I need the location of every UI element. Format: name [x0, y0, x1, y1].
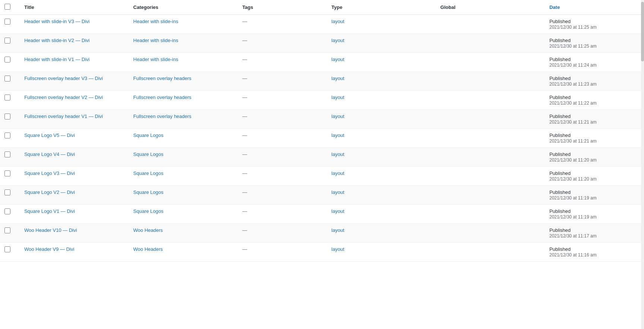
- row-checkbox[interactable]: [4, 76, 10, 82]
- row-title-cell: Square Logo V5 — Divi: [20, 129, 129, 148]
- row-checkbox[interactable]: [4, 114, 10, 119]
- row-title-link[interactable]: Woo Header V10 — Divi: [24, 227, 77, 233]
- row-tags-value: —: [242, 208, 247, 214]
- row-date-status: Published: [549, 76, 571, 81]
- row-category-link[interactable]: Fullscreen overlay headers: [133, 76, 191, 81]
- row-checkbox[interactable]: [4, 227, 10, 233]
- row-type-link[interactable]: layout: [331, 227, 345, 233]
- row-type-link[interactable]: layout: [331, 132, 345, 138]
- scrollbar-thumb[interactable]: [641, 2, 644, 61]
- row-date-value: 2021/12/30 at 11:19 am: [549, 214, 597, 220]
- row-category-link[interactable]: Square Logos: [133, 208, 164, 214]
- row-type-link[interactable]: layout: [331, 170, 345, 176]
- row-type-cell: layout: [327, 224, 436, 243]
- row-checkbox[interactable]: [4, 189, 10, 195]
- table-row: Header with slide-in V2 — Divi Header wi…: [0, 34, 644, 53]
- row-date-value: 2021/12/30 at 11:25 am: [549, 44, 597, 49]
- row-date-status: Published: [549, 57, 571, 62]
- row-category-cell: Fullscreen overlay headers: [129, 91, 238, 110]
- row-category-link[interactable]: Header with slide-ins: [133, 38, 178, 43]
- row-checkbox[interactable]: [4, 95, 10, 100]
- row-type-cell: layout: [327, 243, 436, 262]
- row-title-link[interactable]: Fullscreen overlay header V3 — Divi: [24, 76, 103, 81]
- row-category-link[interactable]: Fullscreen overlay headers: [133, 114, 191, 119]
- row-title-link[interactable]: Woo Header V9 — Divi: [24, 246, 74, 252]
- row-title-link[interactable]: Square Logo V4 — Divi: [24, 151, 75, 157]
- table-row: Fullscreen overlay header V1 — Divi Full…: [0, 110, 644, 129]
- row-date-cell: Published 2021/12/30 at 11:25 am: [545, 15, 644, 34]
- row-type-link[interactable]: layout: [331, 246, 345, 252]
- row-global-cell: [436, 243, 545, 262]
- scrollbar-track[interactable]: [641, 0, 644, 329]
- row-checkbox[interactable]: [4, 151, 10, 157]
- row-checkbox[interactable]: [4, 246, 10, 252]
- row-title-cell: Woo Header V9 — Divi: [20, 243, 129, 262]
- row-date-status: Published: [549, 151, 571, 157]
- row-type-link[interactable]: layout: [331, 208, 345, 214]
- row-date-cell: Published 2021/12/30 at 11:21 am: [545, 129, 644, 148]
- row-title-cell: Header with slide-in V2 — Divi: [20, 34, 129, 53]
- row-title-link[interactable]: Square Logo V3 — Divi: [24, 170, 75, 176]
- row-checkbox[interactable]: [4, 38, 10, 44]
- row-type-link[interactable]: layout: [331, 114, 345, 119]
- row-checkbox[interactable]: [4, 170, 10, 176]
- row-type-link[interactable]: layout: [331, 189, 345, 195]
- select-all-checkbox[interactable]: [4, 4, 10, 10]
- row-date-cell: Published 2021/12/30 at 11:24 am: [545, 53, 644, 72]
- row-category-link[interactable]: Woo Headers: [133, 246, 163, 252]
- row-tags-value: —: [242, 170, 247, 176]
- row-tags-value: —: [242, 132, 247, 138]
- row-title-link[interactable]: Fullscreen overlay header V2 — Divi: [24, 95, 103, 100]
- row-tags-value: —: [242, 38, 247, 43]
- row-category-cell: Fullscreen overlay headers: [129, 110, 238, 129]
- row-checkbox-cell: [0, 72, 20, 91]
- row-checkbox-cell: [0, 148, 20, 167]
- row-checkbox[interactable]: [4, 19, 10, 25]
- row-global-cell: [436, 53, 545, 72]
- row-date-cell: Published 2021/12/30 at 11:23 am: [545, 72, 644, 91]
- main-content: Title Categories Tags Type Global Date: [0, 0, 644, 329]
- row-checkbox[interactable]: [4, 132, 10, 138]
- row-category-cell: Header with slide-ins: [129, 34, 238, 53]
- row-type-link[interactable]: layout: [331, 151, 345, 157]
- row-category-link[interactable]: Header with slide-ins: [133, 19, 178, 24]
- row-category-link[interactable]: Square Logos: [133, 170, 164, 176]
- row-global-cell: [436, 72, 545, 91]
- row-title-link[interactable]: Square Logo V1 — Divi: [24, 208, 75, 214]
- row-category-link[interactable]: Fullscreen overlay headers: [133, 95, 191, 100]
- row-type-link[interactable]: layout: [331, 57, 345, 62]
- row-category-link[interactable]: Header with slide-ins: [133, 57, 178, 62]
- row-category-cell: Fullscreen overlay headers: [129, 72, 238, 91]
- row-category-link[interactable]: Square Logos: [133, 132, 164, 138]
- row-checkbox-cell: [0, 129, 20, 148]
- row-tags-value: —: [242, 151, 247, 157]
- row-title-link[interactable]: Square Logo V2 — Divi: [24, 189, 75, 195]
- row-global-cell: [436, 129, 545, 148]
- row-category-link[interactable]: Square Logos: [133, 189, 164, 195]
- row-global-cell: [436, 15, 545, 34]
- row-type-link[interactable]: layout: [331, 38, 345, 43]
- row-type-link[interactable]: layout: [331, 19, 345, 24]
- row-type-cell: layout: [327, 34, 436, 53]
- row-date-value: 2021/12/30 at 11:21 am: [549, 138, 597, 144]
- row-title-link[interactable]: Fullscreen overlay header V1 — Divi: [24, 114, 103, 119]
- title-column-header[interactable]: Title: [20, 0, 129, 15]
- row-date-value: 2021/12/30 at 11:16 am: [549, 252, 597, 258]
- row-date-status: Published: [549, 170, 571, 176]
- row-date-status: Published: [549, 189, 571, 195]
- row-type-link[interactable]: layout: [331, 76, 345, 81]
- row-tags-value: —: [242, 19, 247, 24]
- row-title-link[interactable]: Square Logo V5 — Divi: [24, 132, 75, 138]
- row-tags-value: —: [242, 189, 247, 195]
- row-type-link[interactable]: layout: [331, 95, 345, 100]
- row-checkbox[interactable]: [4, 208, 10, 214]
- row-category-link[interactable]: Woo Headers: [133, 227, 163, 233]
- row-checkbox[interactable]: [4, 57, 10, 63]
- table-row: Woo Header V10 — Divi Woo Headers — layo…: [0, 224, 644, 243]
- date-column-header[interactable]: Date: [545, 0, 644, 15]
- row-title-link[interactable]: Header with slide-in V2 — Divi: [24, 38, 90, 43]
- row-global-cell: [436, 148, 545, 167]
- row-title-link[interactable]: Header with slide-in V3 — Divi: [24, 19, 90, 24]
- row-title-link[interactable]: Header with slide-in V1 — Divi: [24, 57, 90, 62]
- row-category-link[interactable]: Square Logos: [133, 151, 164, 157]
